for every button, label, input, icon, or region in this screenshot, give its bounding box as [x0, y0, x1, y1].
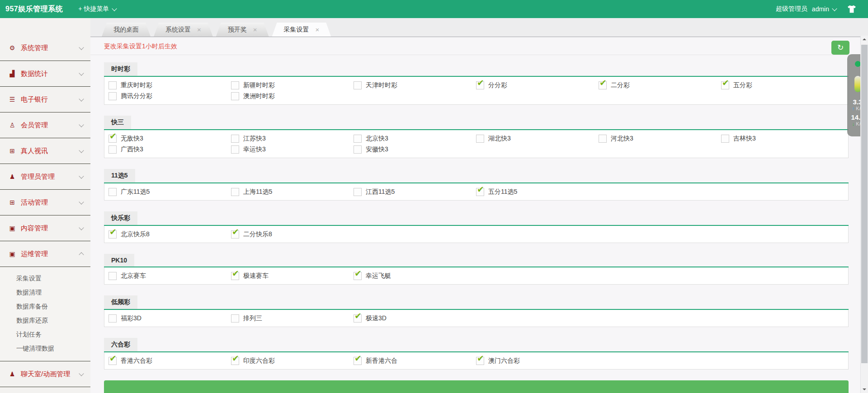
sidebar-subitem[interactable]: 采集设置	[0, 271, 90, 285]
lottery-option[interactable]: ✔北京快乐8	[104, 229, 227, 239]
lottery-option[interactable]: 北京快3	[349, 133, 472, 144]
checkbox[interactable]: ✔	[231, 272, 239, 280]
checkbox[interactable]	[354, 81, 362, 89]
check-icon: ✔	[722, 78, 729, 88]
checkbox[interactable]	[108, 272, 117, 280]
vertical-scrollbar[interactable]	[860, 36, 868, 393]
lottery-option[interactable]: ✔二分快乐8	[227, 229, 349, 239]
checkbox[interactable]: ✔	[108, 230, 117, 239]
checkbox[interactable]	[354, 145, 362, 154]
checkbox[interactable]: ✔	[476, 81, 484, 89]
checkbox[interactable]	[108, 314, 117, 323]
quick-menu-button[interactable]: + 快捷菜单	[78, 5, 116, 13]
lottery-option[interactable]: 澳洲时时彩	[227, 91, 349, 101]
checkbox[interactable]	[231, 81, 239, 89]
scroll-up-icon[interactable]	[863, 38, 866, 40]
checkbox[interactable]	[354, 135, 362, 143]
lottery-option[interactable]: 天津时时彩	[349, 80, 472, 90]
lottery-option[interactable]: 腾讯分分彩	[104, 91, 227, 101]
lottery-option[interactable]: 吉林快3	[717, 133, 840, 144]
lottery-option[interactable]: 幸运快3	[227, 144, 349, 154]
checkbox[interactable]	[231, 188, 239, 196]
lottery-option[interactable]: ✔新香港六合	[349, 356, 472, 366]
checkbox[interactable]: ✔	[599, 81, 607, 89]
checkbox[interactable]	[108, 188, 117, 196]
lottery-option[interactable]: 江苏快3	[227, 133, 349, 144]
lottery-option[interactable]: 河北快3	[594, 133, 717, 144]
scroll-down-icon[interactable]	[863, 388, 866, 390]
sidebar-item-chat[interactable]: ♟聊天室/动画管理	[0, 361, 90, 387]
checkbox[interactable]: ✔	[231, 230, 239, 239]
lottery-option[interactable]: 重庆时时彩	[104, 80, 227, 90]
sidebar-item-content[interactable]: ▣内容管理	[0, 215, 90, 241]
sidebar-item-activity[interactable]: ⊞活动管理	[0, 190, 90, 215]
checkbox[interactable]	[231, 92, 239, 100]
checkbox[interactable]: ✔	[231, 357, 239, 365]
checkbox[interactable]	[108, 81, 117, 89]
lottery-option[interactable]: ✔二分彩	[594, 80, 717, 90]
checkbox[interactable]	[231, 135, 239, 143]
sidebar-subitem[interactable]: 数据库备份	[0, 299, 90, 313]
tab-系统设置[interactable]: 系统设置×	[154, 23, 213, 37]
sidebar-item-ops[interactable]: ▣运维管理	[0, 241, 90, 267]
checkbox[interactable]	[231, 145, 239, 154]
lottery-option[interactable]: ✔无敌快3	[104, 133, 227, 144]
sidebar-subitem[interactable]: 一键清理数据	[0, 342, 90, 356]
lottery-option[interactable]: 广西快3	[104, 144, 227, 154]
lottery-option[interactable]: 排列三	[227, 313, 349, 323]
sidebar-item-live[interactable]: ⊞真人视讯	[0, 138, 90, 164]
checkbox[interactable]	[721, 135, 729, 143]
sidebar-item-system[interactable]: ⚙系统管理	[0, 35, 90, 61]
checkbox[interactable]: ✔	[476, 357, 484, 365]
scrollbar-thumb[interactable]	[861, 45, 868, 363]
sidebar-item-member[interactable]: ♙会员管理	[0, 112, 90, 138]
close-icon[interactable]: ×	[316, 26, 320, 33]
checkbox[interactable]	[354, 188, 362, 196]
theme-tshirt-icon[interactable]	[847, 5, 856, 13]
lottery-option[interactable]: ✔印度六合彩	[227, 356, 349, 366]
checkbox[interactable]: ✔	[108, 357, 117, 365]
lottery-option[interactable]: ✔极速赛车	[227, 271, 349, 281]
checkbox[interactable]	[231, 314, 239, 323]
close-icon[interactable]: ×	[197, 26, 201, 33]
checkbox[interactable]	[476, 135, 484, 143]
refresh-button[interactable]: ↻	[831, 41, 849, 55]
lottery-option[interactable]: 江西11选5	[349, 187, 472, 197]
checkbox[interactable]: ✔	[108, 135, 117, 143]
lottery-option[interactable]: 安徽快3	[349, 144, 472, 154]
lottery-option[interactable]: ✔分分彩	[472, 80, 594, 90]
close-icon[interactable]: ×	[253, 26, 257, 33]
tab-预开奖[interactable]: 预开奖×	[216, 23, 269, 37]
lottery-option[interactable]: 广东11选5	[104, 187, 227, 197]
sidebar-subitem[interactable]: 计划任务	[0, 328, 90, 342]
lottery-option[interactable]: ✔五分彩	[717, 80, 840, 90]
lottery-option[interactable]: 北京赛车	[104, 271, 227, 281]
tab-我的桌面[interactable]: 我的桌面	[102, 23, 151, 37]
checkbox[interactable]: ✔	[354, 357, 362, 365]
sidebar-subitem[interactable]: 数据库还原	[0, 313, 90, 328]
submit-button[interactable]	[104, 380, 849, 393]
lottery-option[interactable]: ✔澳门六合彩	[472, 356, 594, 366]
checkbox[interactable]: ✔	[354, 272, 362, 280]
lottery-option[interactable]: 上海11选5	[227, 187, 349, 197]
lottery-option[interactable]: 新疆时时彩	[227, 80, 349, 90]
lottery-option[interactable]: 湖北快3	[472, 133, 594, 144]
checkbox[interactable]: ✔	[476, 188, 484, 196]
user-menu[interactable]: admin	[812, 5, 836, 13]
lottery-option[interactable]: ✔五分11选5	[472, 187, 594, 197]
tab-采集设置[interactable]: 采集设置×	[272, 23, 331, 37]
checkbox[interactable]: ✔	[721, 81, 729, 89]
sidebar-item-stats[interactable]: ▟数据统计	[0, 61, 90, 87]
sidebar-item-admin[interactable]: ♟管理员管理	[0, 164, 90, 190]
lottery-option[interactable]: ✔极速3D	[349, 313, 472, 323]
checkbox[interactable]	[108, 92, 117, 100]
checkbox[interactable]: ✔	[354, 314, 362, 323]
lottery-option[interactable]: ✔香港六合彩	[104, 356, 227, 366]
lottery-option[interactable]: 福彩3D	[104, 313, 227, 323]
sidebar-subitem[interactable]: 数据清理	[0, 285, 90, 299]
checkbox[interactable]	[599, 135, 607, 143]
checkbox[interactable]	[108, 145, 117, 154]
lottery-option[interactable]: ✔幸运飞艇	[349, 271, 472, 281]
sidebar-item-ebank[interactable]: ☰电子银行	[0, 87, 90, 112]
ops-icon: ▣	[7, 250, 17, 257]
